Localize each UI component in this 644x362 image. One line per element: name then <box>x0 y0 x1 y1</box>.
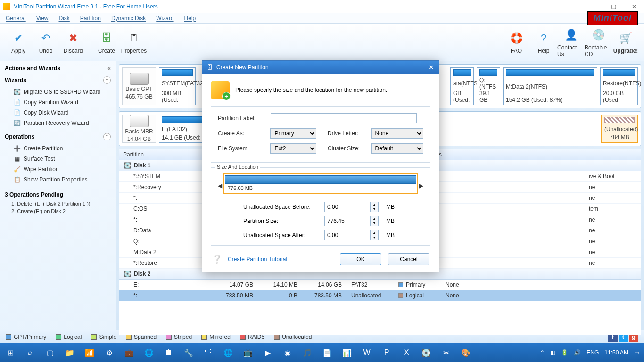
pending-item[interactable]: 1. Delete: (E: ( Disk 2 Partition 1 )) <box>5 200 111 207</box>
op-show-properties[interactable]: 📋Show Partition Properties <box>5 174 111 185</box>
partition-box-unallocated[interactable]: (Unallocated)784 MB <box>601 115 638 143</box>
partition-size-bar[interactable]: 776.00 MB <box>223 173 418 194</box>
menu-wizard[interactable]: Wizard <box>156 15 173 22</box>
space-before-input[interactable] <box>324 202 371 212</box>
menu-help[interactable]: Help <box>184 15 196 22</box>
disk-icon-1[interactable]: Basic GPT 465.76 GB <box>122 67 156 105</box>
taskbar-app[interactable]: 🛡 <box>199 344 218 361</box>
tray-battery-icon[interactable]: 🔋 <box>561 349 568 356</box>
taskbar-app[interactable]: ▶ <box>258 344 277 361</box>
taskbar-app[interactable]: 💽 <box>417 344 436 361</box>
drive-letter-select[interactable]: None <box>371 128 423 139</box>
taskbar-app[interactable]: 🌐 <box>219 344 238 361</box>
create-button[interactable]: 🗄Create <box>93 31 120 54</box>
partition-box[interactable]: ata(NTFS)GB (Used: <box>450 67 474 105</box>
taskbar-app[interactable]: 🎨 <box>456 344 475 361</box>
taskbar-app[interactable]: 🎵 <box>298 344 317 361</box>
table-row[interactable]: E:14.07 GB14.10 MB14.06 GBFAT32PrimaryNo… <box>119 280 641 290</box>
minimize-button[interactable]: — <box>586 3 600 10</box>
wizard-recovery[interactable]: 🔄Partition Recovery Wizard <box>5 118 111 128</box>
taskbar-app[interactable]: 📺 <box>239 344 257 361</box>
partition-size-input[interactable] <box>324 216 371 226</box>
wizard-copy-disk[interactable]: 📄Copy Disk Wizard <box>5 107 111 118</box>
collapse-icon[interactable]: ⌃ <box>103 76 111 84</box>
taskbar-app[interactable]: 🗑 <box>159 344 178 361</box>
table-row[interactable]: *:783.50 MB0 B783.50 MBUnallocatedLogica… <box>119 290 641 301</box>
dialog-close-button[interactable]: ✕ <box>429 64 434 71</box>
partition-label-input[interactable] <box>271 113 417 123</box>
tray-lang[interactable]: ENG <box>586 349 599 356</box>
tray-volume-icon[interactable]: 🔊 <box>574 349 581 356</box>
menu-disk[interactable]: Disk <box>59 15 70 22</box>
spinner[interactable]: ▲▼ <box>371 216 379 226</box>
partition-box[interactable]: Restore(NTFS)20.0 GB (Used <box>600 67 638 105</box>
upgrade-button[interactable]: 🛒Upgrade! <box>612 31 639 54</box>
menu-general[interactable]: General <box>6 15 26 22</box>
taskbar-app[interactable]: X <box>397 344 416 361</box>
maximize-button[interactable]: ▢ <box>606 3 620 10</box>
wizard-migrate-os[interactable]: 💽Migrate OS to SSD/HD Wizard <box>5 87 111 97</box>
spinner[interactable]: ▲▼ <box>371 202 379 212</box>
taskbar-app[interactable]: 📶 <box>80 344 99 361</box>
bootable-cd-button[interactable]: 💿Bootable CD <box>585 27 612 58</box>
taskbar-app[interactable]: 📊 <box>338 344 356 361</box>
undo-button[interactable]: ↶Undo <box>32 31 59 54</box>
cancel-button[interactable]: Cancel <box>388 253 429 265</box>
disk-icon: 💽 <box>13 88 21 96</box>
taskbar-app[interactable]: 🔧 <box>179 344 198 361</box>
taskbar-app[interactable]: ✂ <box>437 344 455 361</box>
spinner[interactable]: ▲▼ <box>371 230 379 240</box>
taskbar-app[interactable]: P <box>377 344 396 361</box>
cluster-size-select[interactable]: Default <box>371 143 423 154</box>
apply-button[interactable]: ✔Apply <box>5 31 32 54</box>
pending-item[interactable]: 2. Create (E:) on Disk 2 <box>5 207 111 215</box>
taskbar-app[interactable]: 💼 <box>120 344 139 361</box>
create-icon: 🗄 <box>99 31 114 46</box>
op-create-partition[interactable]: ➕Create Partition <box>5 143 111 154</box>
menu-dynamic-disk[interactable]: Dynamic Disk <box>111 15 146 22</box>
task-view-button[interactable]: ▢ <box>41 344 59 361</box>
search-button[interactable]: ⌕ <box>21 344 40 361</box>
dialog-intro: Please specify the size and the location… <box>211 81 430 99</box>
partition-box[interactable]: Q:(NTFS39.1 GB <box>477 67 500 105</box>
close-button[interactable]: ✕ <box>627 3 641 10</box>
chevron-left-icon[interactable]: « <box>107 65 111 72</box>
partition-box[interactable]: SYSTEM(FAT32)300 MB (Used: <box>159 67 196 105</box>
taskbar-app[interactable]: 📁 <box>60 344 79 361</box>
faq-button[interactable]: 🛟FAQ <box>503 31 530 54</box>
discard-button[interactable]: ✖Discard <box>59 31 87 54</box>
label-partition-size: Partition Size: <box>243 218 321 224</box>
taskbar-app[interactable]: 📄 <box>318 344 337 361</box>
help-button[interactable]: ?Help <box>530 31 557 54</box>
properties-icon: 🗒 <box>126 31 141 46</box>
space-after-input[interactable] <box>324 230 371 240</box>
op-wipe-partition[interactable]: 🧹Wipe Partition <box>5 164 111 174</box>
taskbar-app[interactable]: ◉ <box>278 344 297 361</box>
resize-right-icon[interactable]: ▶ <box>419 182 423 189</box>
properties-button[interactable]: 🗒Properties <box>120 31 148 54</box>
taskbar-app[interactable]: ⚙ <box>100 344 119 361</box>
wizard-copy-partition[interactable]: 📄Copy Partition Wizard <box>5 97 111 107</box>
start-button[interactable]: ⊞ <box>1 344 20 361</box>
tray-notifications-icon[interactable]: ▭ <box>634 349 639 356</box>
op-surface-test[interactable]: ▦Surface Test <box>5 154 111 164</box>
partition-box[interactable]: M:Data 2(NTFS)154.2 GB (Used: 87%) <box>503 67 597 105</box>
create-as-select[interactable]: Primary <box>270 128 316 139</box>
tutorial-link[interactable]: Create Partition Tutorial <box>228 256 287 263</box>
tray-chevron-icon[interactable]: ⌃ <box>540 349 545 356</box>
resize-left-icon[interactable]: ◀ <box>218 182 222 189</box>
menu-partition[interactable]: Partition <box>80 15 101 22</box>
collapse-icon[interactable]: ⌃ <box>103 133 111 140</box>
dialog-titlebar: 🗄 Create New Partition ✕ <box>202 61 439 74</box>
disk-icon-2[interactable]: Basic MBR 14.84 GB <box>122 115 156 143</box>
tray-icon[interactable]: ◧ <box>550 349 555 356</box>
taskbar-app[interactable]: W <box>357 344 376 361</box>
menu-view[interactable]: View <box>36 15 49 22</box>
taskbar-app[interactable]: 🌐 <box>140 344 158 361</box>
app-icon <box>3 3 10 10</box>
tray-time[interactable]: 11:50 AM <box>604 349 628 356</box>
filesystem-select[interactable]: Ext2 <box>270 143 316 154</box>
contact-button[interactable]: 👤Contact Us <box>557 27 585 58</box>
fieldset-label: Size And Location <box>215 164 260 170</box>
ok-button[interactable]: OK <box>340 253 381 265</box>
